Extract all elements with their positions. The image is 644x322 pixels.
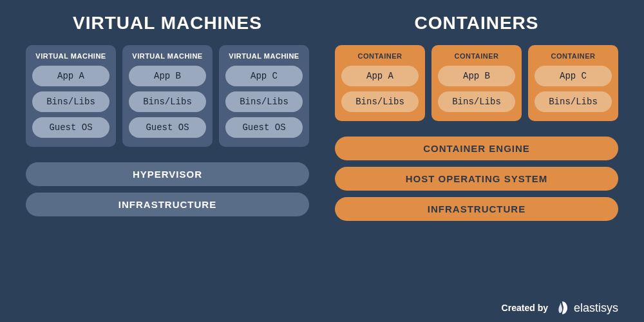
host-os-layer: HOST OPERATING SYSTEM	[335, 167, 618, 191]
vm-box-title: VIRTUAL MACHINE	[129, 52, 206, 61]
vm-binslibs-pill: Bins/Libs	[225, 91, 303, 112]
infrastructure-layer: INFRASTRUCTURE	[335, 197, 618, 221]
container-box-title: CONTAINER	[535, 52, 612, 61]
vm-app-pill: App A	[32, 66, 109, 86]
hypervisor-layer: HYPERVISOR	[26, 162, 309, 186]
container-app-pill: App C	[535, 66, 612, 86]
container-box-title: CONTAINER	[438, 52, 515, 61]
vm-binslibs-pill: Bins/Libs	[129, 91, 206, 112]
vm-box-1: VIRTUAL MACHINE App B Bins/Libs Guest OS	[122, 45, 213, 147]
container-box-1: CONTAINER App B Bins/Libs	[431, 45, 522, 121]
vm-guestos-pill: Guest OS	[225, 117, 303, 138]
vm-guestos-pill: Guest OS	[129, 117, 206, 138]
container-boxes-row: CONTAINER App A Bins/Libs CONTAINER App …	[335, 45, 618, 121]
container-binslibs-pill: Bins/Libs	[535, 91, 612, 112]
container-column: CONTAINERS CONTAINER App A Bins/Libs CON…	[335, 13, 618, 298]
vm-box-title: VIRTUAL MACHINE	[32, 52, 109, 61]
spacer	[335, 129, 618, 137]
vm-boxes-row: VIRTUAL MACHINE App A Bins/Libs Guest OS…	[26, 45, 309, 147]
container-binslibs-pill: Bins/Libs	[341, 91, 419, 112]
vm-guestos-pill: Guest OS	[32, 117, 109, 138]
elastisys-logo-icon	[554, 300, 570, 316]
container-binslibs-pill: Bins/Libs	[438, 91, 515, 112]
container-engine-layer: CONTAINER ENGINE	[335, 137, 618, 160]
brand-logo-group: elastisys	[554, 300, 618, 316]
container-app-pill: App A	[341, 66, 419, 86]
container-heading: CONTAINERS	[335, 13, 618, 33]
vm-column: VIRTUAL MACHINES VIRTUAL MACHINE App A B…	[26, 13, 309, 298]
vm-app-pill: App C	[225, 66, 303, 86]
vm-heading: VIRTUAL MACHINES	[26, 13, 309, 33]
vm-binslibs-pill: Bins/Libs	[32, 91, 109, 112]
infrastructure-layer: INFRASTRUCTURE	[26, 193, 309, 216]
created-by-label: Created by	[502, 303, 548, 313]
vm-box-2: VIRTUAL MACHINE App C Bins/Libs Guest OS	[219, 45, 309, 147]
vm-app-pill: App B	[129, 66, 206, 86]
spacer	[26, 155, 309, 162]
diagram-container: VIRTUAL MACHINES VIRTUAL MACHINE App A B…	[0, 0, 644, 298]
container-box-0: CONTAINER App A Bins/Libs	[335, 45, 425, 121]
footer: Created by elastisys	[0, 298, 644, 322]
vm-box-title: VIRTUAL MACHINE	[225, 52, 303, 61]
container-box-title: CONTAINER	[341, 52, 419, 61]
vm-box-0: VIRTUAL MACHINE App A Bins/Libs Guest OS	[26, 45, 116, 147]
container-box-2: CONTAINER App C Bins/Libs	[528, 45, 618, 121]
brand-name: elastisys	[574, 301, 618, 315]
container-app-pill: App B	[438, 66, 515, 86]
